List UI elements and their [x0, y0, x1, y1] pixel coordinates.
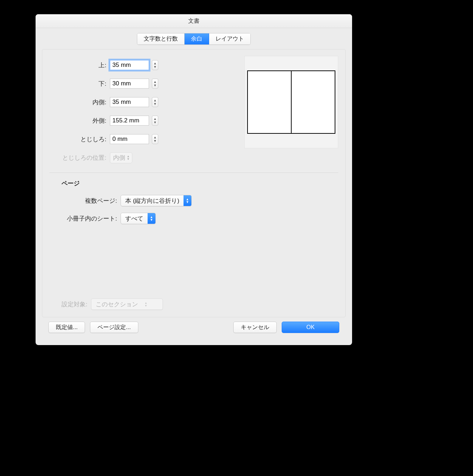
label-apply-to: 設定対象: [62, 300, 91, 308]
chevron-updown-icon: ▲▼ [184, 195, 191, 206]
row-gutter-position: とじしろの位置: 内側 ▴▾ [49, 148, 170, 167]
row-gutter: とじしろ: ▲▼ [49, 130, 170, 148]
input-inside[interactable] [110, 97, 149, 107]
stepper-bottom[interactable]: ▲▼ [152, 79, 158, 89]
tab-layout[interactable]: レイアウト [209, 33, 250, 44]
row-inside: 内側: ▲▼ [49, 93, 170, 111]
page-section-title: ページ [62, 179, 338, 187]
select-booklet-sheets-value: すべて [121, 213, 148, 224]
label-booklet-sheets: 小冊子内のシート: [49, 215, 121, 223]
row-top: 上: ▲▼ [49, 56, 170, 74]
label-gutter: とじしろ: [49, 135, 110, 143]
stepper-gutter[interactable]: ▲▼ [152, 134, 158, 144]
dialog-button-bar: 既定値... ページ設定... キャンセル OK [42, 317, 346, 339]
select-gutter-position: 内側 ▴▾ [110, 152, 132, 163]
document-dialog: 文書 文字数と行数 余白 レイアウト 上: ▲▼ 下: ▲▼ [36, 14, 352, 345]
input-outside[interactable] [110, 116, 149, 126]
select-apply-to: このセクション ▴▾ [91, 298, 163, 310]
tab-margins[interactable]: 余白 [185, 33, 209, 44]
row-apply-to: 設定対象: このセクション ▴▾ [49, 298, 338, 310]
select-multi-pages-value: 本 (縦方向に谷折り) [121, 195, 184, 206]
chevron-updown-icon: ▴▾ [142, 299, 150, 310]
label-outside: 外側: [49, 117, 110, 125]
stepper-outside[interactable]: ▲▼ [152, 116, 158, 126]
label-bottom: 下: [49, 80, 110, 88]
row-multi-pages: 複数ページ: 本 (縦方向に谷折り) ▲▼ [49, 192, 338, 210]
chevron-updown-icon: ▴▾ [127, 155, 129, 160]
select-apply-to-value: このセクション [91, 299, 142, 310]
stepper-top[interactable]: ▲▼ [152, 60, 158, 70]
row-outside: 外側: ▲▼ [49, 111, 170, 130]
row-bottom: 下: ▲▼ [49, 74, 170, 93]
margin-preview [244, 56, 338, 148]
label-inside: 内側: [49, 98, 110, 106]
label-gutter-position: とじしろの位置: [49, 154, 110, 162]
default-button[interactable]: 既定値... [48, 322, 85, 333]
dialog-content: 文字数と行数 余白 レイアウト 上: ▲▼ 下: ▲▼ [36, 28, 352, 345]
separator [49, 173, 338, 173]
preview-book [247, 70, 335, 134]
page-setup-button[interactable]: ページ設定... [90, 322, 138, 333]
ok-button[interactable]: OK [282, 322, 339, 333]
input-gutter[interactable] [110, 134, 149, 144]
select-booklet-sheets[interactable]: すべて ▲▼ [121, 213, 156, 224]
tab-chars-lines[interactable]: 文字数と行数 [137, 33, 185, 44]
titlebar: 文書 [36, 14, 352, 28]
label-multi-pages: 複数ページ: [49, 197, 121, 205]
cancel-button[interactable]: キャンセル [233, 322, 277, 333]
select-multi-pages[interactable]: 本 (縦方向に谷折り) ▲▼ [121, 195, 192, 206]
row-booklet-sheets: 小冊子内のシート: すべて ▲▼ [49, 210, 338, 227]
label-top: 上: [49, 61, 110, 69]
select-gutter-position-value: 内側 [113, 154, 125, 162]
input-top[interactable] [110, 60, 149, 70]
tab-bar: 文字数と行数 余白 レイアウト [137, 33, 251, 45]
margins-panel: 上: ▲▼ 下: ▲▼ 内側: ▲▼ 外 [42, 49, 346, 317]
input-bottom[interactable] [110, 79, 149, 89]
margin-fields: 上: ▲▼ 下: ▲▼ 内側: ▲▼ 外 [49, 56, 170, 167]
preview-page-right [291, 70, 335, 134]
stepper-inside[interactable]: ▲▼ [152, 97, 158, 107]
window-title: 文書 [188, 17, 200, 25]
preview-page-left [247, 70, 291, 134]
margins-top-area: 上: ▲▼ 下: ▲▼ 内側: ▲▼ 外 [49, 56, 338, 167]
chevron-updown-icon: ▲▼ [148, 213, 155, 224]
